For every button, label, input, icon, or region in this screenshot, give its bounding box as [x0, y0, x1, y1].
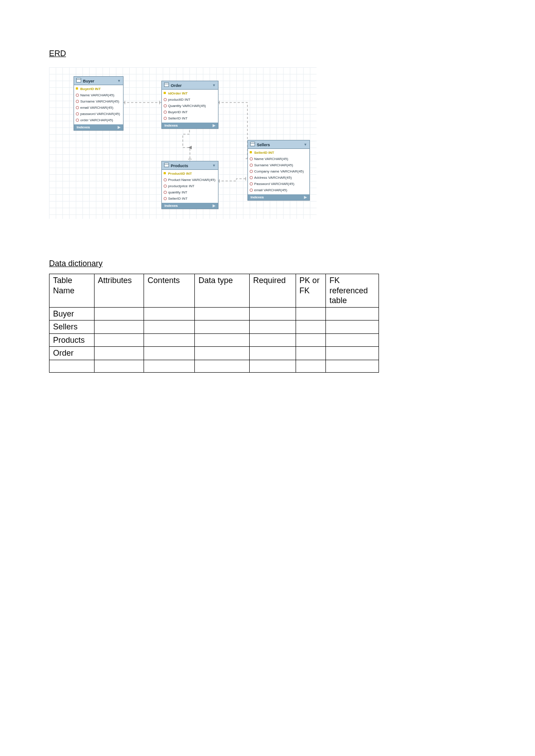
chevron-down-icon: ▼ [304, 143, 307, 147]
chevron-right-icon: ▶ [118, 125, 120, 129]
cell-table-name [49, 360, 95, 372]
products-attr: quantity INT [162, 189, 218, 196]
table-header-row: Table Name Attributes Contents Data type… [49, 274, 379, 308]
table-icon [250, 142, 255, 146]
products-attr: SellerID INT [162, 196, 218, 202]
chevron-right-icon: ▶ [304, 195, 307, 199]
cell-table-name: Sellers [49, 320, 95, 334]
entity-order-name: Order [171, 83, 182, 88]
entity-buyer-name: Buyer [83, 79, 95, 83]
order-attr-pk: idOrder INT [162, 90, 218, 97]
sellers-attr: Company name VARCHAR(45) [248, 168, 309, 175]
table-row: Sellers [49, 320, 379, 334]
sellers-attr: Surname VARCHAR(45) [248, 162, 309, 168]
sellers-attr: Password VARCHAR(45) [248, 181, 309, 187]
order-attr: BuyerID INT [162, 109, 218, 115]
sellers-attr-pk: SellerID INT [248, 150, 309, 156]
th-pk-fk: PK or FK [296, 274, 325, 308]
sellers-attr: email VARCHAR(45) [248, 187, 309, 193]
entity-sellers-name: Sellers [257, 143, 270, 147]
erd-heading: ERD [49, 49, 486, 58]
table-row [49, 360, 379, 372]
table-icon [76, 78, 81, 82]
chevron-down-icon: ▼ [212, 83, 216, 87]
chevron-down-icon: ▼ [212, 164, 216, 168]
chevron-down-icon: ▼ [117, 79, 121, 83]
th-contents: Contents [144, 274, 195, 308]
entity-sellers: Sellers ▼ SellerID INT Name VARCHAR(45) … [247, 140, 310, 201]
table-row: Buyer [49, 307, 379, 320]
buyer-attr: email VARCHAR(45) [74, 105, 123, 111]
th-required: Required [249, 274, 296, 308]
table-icon [164, 82, 169, 87]
cell-table-name: Order [49, 347, 95, 360]
data-dictionary-heading: Data dictionary [49, 259, 486, 268]
sellers-attr: Address VARCHAR(45) [248, 175, 309, 181]
buyer-attr: Name VARCHAR(45) [74, 92, 123, 99]
table-row: Order [49, 347, 379, 360]
sellers-indexes: Indexes▶ [248, 194, 309, 200]
th-table-name: Table Name [49, 274, 95, 308]
table-row: Products [49, 333, 379, 347]
chevron-right-icon: ▶ [213, 123, 215, 127]
entity-products: Products ▼ ProductID INT Product Name VA… [161, 161, 218, 209]
buyer-attr-pk: BuyerID INT [74, 86, 123, 92]
buyer-attr: Surname VARCHAR(45) [74, 99, 123, 105]
order-attr: SellerID INT [162, 115, 218, 122]
th-fk-ref: FK referenced table [326, 274, 379, 308]
sellers-attr: Name VARCHAR(45) [248, 156, 309, 162]
chevron-right-icon: ▶ [213, 204, 215, 208]
entity-buyer: Buyer ▼ BuyerID INT Name VARCHAR(45) Sur… [74, 76, 123, 131]
order-attr: Quantity VARCHAR(45) [162, 103, 218, 109]
cell-table-name: Buyer [49, 307, 95, 320]
products-attr: productprice INT [162, 183, 218, 189]
cell-table-name: Products [49, 333, 95, 347]
th-attributes: Attributes [94, 274, 144, 308]
entity-order-title: Order ▼ [162, 81, 218, 90]
buyer-indexes: Indexes▶ [74, 124, 123, 130]
products-attr: Product Name VARCHAR(45) [162, 177, 218, 183]
order-indexes: Indexes▶ [162, 123, 218, 128]
entity-sellers-title: Sellers ▼ [248, 140, 309, 149]
entity-products-title: Products ▼ [162, 161, 218, 170]
th-data-type: Data type [195, 274, 249, 308]
erd-diagram: Buyer ▼ BuyerID INT Name VARCHAR(45) Sur… [49, 67, 317, 219]
data-dictionary-table: Table Name Attributes Contents Data type… [49, 274, 379, 373]
buyer-attr: order VARCHAR(45) [74, 117, 123, 123]
entity-buyer-title: Buyer ▼ [74, 77, 123, 85]
buyer-attr: password VARCHAR(45) [74, 111, 123, 117]
entity-order: Order ▼ idOrder INT productID INT Quanti… [161, 81, 218, 129]
entity-products-name: Products [171, 164, 188, 168]
products-attr-pk: ProductID INT [162, 171, 218, 177]
order-attr: productID INT [162, 97, 218, 103]
products-indexes: Indexes▶ [162, 203, 218, 209]
table-icon [164, 163, 169, 167]
